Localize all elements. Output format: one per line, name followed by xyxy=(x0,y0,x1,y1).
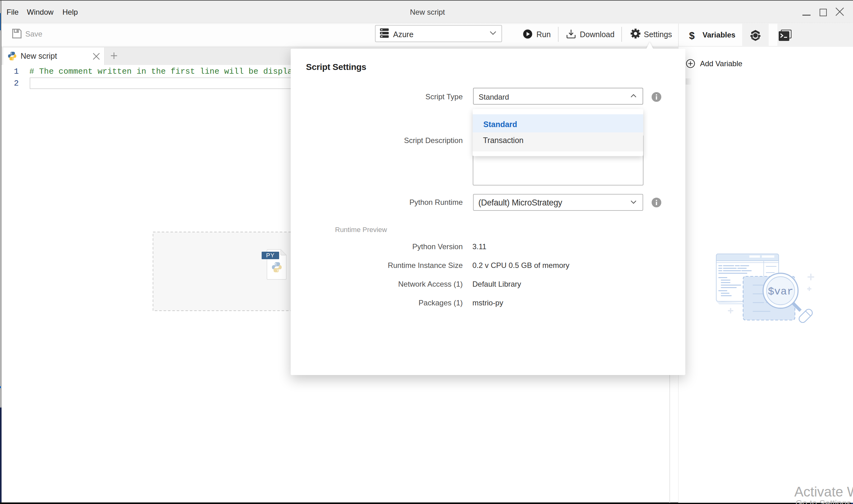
svg-text:PY: PY xyxy=(266,252,274,258)
svg-text:$var: $var xyxy=(768,286,793,298)
